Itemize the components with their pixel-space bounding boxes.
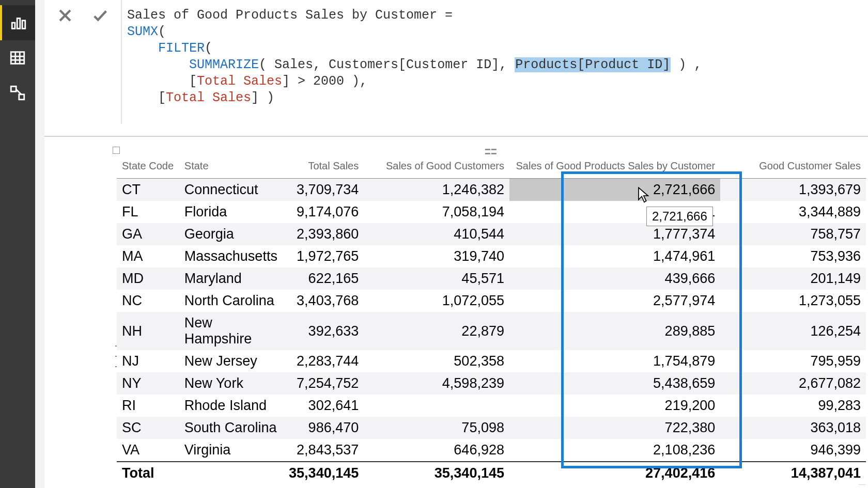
col-header-state-code[interactable]: State Code bbox=[117, 151, 179, 179]
cell-good-customer-sales: 126,254 bbox=[720, 312, 866, 350]
resize-handle-top-left[interactable] bbox=[113, 147, 120, 154]
cell-state: North Carolina bbox=[179, 290, 283, 312]
cell-state-code: MD bbox=[117, 267, 179, 290]
cell-state: New Hampshire bbox=[179, 312, 283, 350]
cell-good-customer-sales: 1,273,055 bbox=[720, 290, 866, 312]
model-icon bbox=[9, 84, 26, 102]
cell-state-code: VA bbox=[117, 439, 179, 462]
cell-state-code: RI bbox=[117, 395, 179, 417]
total-good-customers: 35,340,145 bbox=[364, 462, 509, 484]
col-header-good-products[interactable]: Sales of Good Products Sales by Customer bbox=[509, 151, 720, 179]
cell-total-sales: 2,393,860 bbox=[283, 223, 364, 245]
cell-state: South Carolina bbox=[179, 417, 283, 439]
cell-good-customer-sales: 946,399 bbox=[720, 439, 866, 462]
cell-good-customers: 45,571 bbox=[364, 267, 509, 290]
cell-good-products: 2,577,974 bbox=[509, 290, 720, 312]
svg-rect-2 bbox=[22, 21, 25, 29]
svg-rect-1 bbox=[17, 19, 20, 29]
cell-total-sales: 3,403,768 bbox=[283, 290, 364, 312]
cell-tooltip: 2,721,666 bbox=[646, 207, 713, 226]
cell-state: Virginia bbox=[179, 439, 283, 462]
model-view-button[interactable] bbox=[0, 75, 35, 111]
bar-chart-icon bbox=[10, 14, 27, 32]
cell-total-sales: 2,283,744 bbox=[283, 350, 364, 372]
cell-good-customers: 75,098 bbox=[364, 417, 509, 439]
cell-total-sales: 1,972,765 bbox=[283, 245, 364, 267]
cell-good-customers: 4,598,239 bbox=[364, 372, 509, 395]
table-row[interactable]: NCNorth Carolina3,403,7681,072,0552,577,… bbox=[117, 290, 866, 312]
table-row[interactable]: FLFlorida9,174,0767,058,1946,917,2513,34… bbox=[117, 201, 866, 223]
report-canvas: Iter Sales of Good Products Sales by Cus… bbox=[35, 0, 868, 488]
table-row[interactable]: MAMassachusetts1,972,765319,7401,474,961… bbox=[117, 245, 866, 267]
col-header-state[interactable]: State bbox=[179, 151, 283, 179]
cell-state-code: GA bbox=[117, 223, 179, 245]
cell-total-sales: 986,470 bbox=[283, 417, 364, 439]
formula-bar: Sales of Good Products Sales by Customer… bbox=[44, 0, 868, 137]
total-total-sales: 35,340,145 bbox=[283, 462, 364, 484]
table-row[interactable]: VAVirginia2,843,537646,9282,108,236946,3… bbox=[117, 439, 866, 462]
commit-formula-button[interactable] bbox=[89, 4, 112, 27]
table-row[interactable]: GAGeorgia2,393,860410,5441,777,374758,75… bbox=[117, 223, 866, 245]
cell-state-code: NY bbox=[117, 372, 179, 395]
cell-good-products: 5,438,659 bbox=[509, 372, 720, 395]
table-row[interactable]: NJNew Jersey2,283,744502,3581,754,879795… bbox=[117, 350, 866, 372]
table-row[interactable]: CTConnecticut3,709,7341,246,3822,721,666… bbox=[117, 179, 866, 201]
cancel-formula-button[interactable] bbox=[54, 4, 76, 27]
cell-good-customer-sales: 753,936 bbox=[720, 245, 866, 267]
table-visual[interactable]: ━━━━ State Code State Total Sales Sales … bbox=[117, 151, 866, 484]
cell-good-products: 722,380 bbox=[509, 417, 720, 439]
cell-total-sales: 622,165 bbox=[283, 267, 364, 290]
cell-good-customers: 502,358 bbox=[364, 350, 509, 372]
check-icon bbox=[91, 7, 109, 24]
total-good-customer-sales: 14,387,041 bbox=[720, 462, 866, 484]
cell-good-products: 1,474,961 bbox=[509, 245, 720, 267]
cell-state-code: CT bbox=[117, 179, 179, 201]
cell-state: Maryland bbox=[179, 267, 283, 290]
cell-total-sales: 9,174,076 bbox=[283, 201, 364, 223]
table-total-row: Total35,340,14535,340,14527,402,41614,38… bbox=[117, 462, 866, 484]
table-row[interactable]: SCSouth Carolina986,47075,098722,380363,… bbox=[117, 417, 866, 439]
cell-total-sales: 2,843,537 bbox=[283, 439, 364, 462]
cell-state-code: MA bbox=[117, 245, 179, 267]
cell-good-products: 439,666 bbox=[509, 267, 720, 290]
cell-good-customers: 22,879 bbox=[364, 312, 509, 350]
cell-state: Massachusetts bbox=[179, 245, 283, 267]
cell-good-customers: 410,544 bbox=[364, 223, 509, 245]
cell-state-code: SC bbox=[117, 417, 179, 439]
svg-rect-8 bbox=[11, 86, 16, 91]
cell-good-customer-sales: 2,677,082 bbox=[720, 372, 866, 395]
cell-total-sales: 3,709,734 bbox=[283, 179, 364, 201]
data-table: State Code State Total Sales Sales of Go… bbox=[117, 151, 866, 484]
total-label: Total bbox=[117, 462, 179, 484]
cell-good-customers: 1,246,382 bbox=[364, 179, 509, 201]
formula-editor[interactable]: Sales of Good Products Sales by Customer… bbox=[121, 0, 868, 124]
cell-good-customer-sales: 1,393,679 bbox=[720, 179, 866, 201]
cell-total-sales: 7,254,752 bbox=[283, 372, 364, 395]
cell-good-products: 1,777,374 bbox=[509, 223, 720, 245]
col-header-good-customer-sales[interactable]: Good Customer Sales bbox=[720, 151, 866, 179]
cell-good-customers: 7,058,194 bbox=[364, 201, 509, 223]
cell-state-code: NJ bbox=[117, 350, 179, 372]
close-icon bbox=[56, 7, 74, 24]
cell-good-products: 289,885 bbox=[509, 312, 720, 350]
report-view-button[interactable] bbox=[0, 5, 35, 40]
view-rail bbox=[0, 0, 35, 488]
cell-total-sales: 392,633 bbox=[283, 312, 364, 350]
cell-good-customers: 646,928 bbox=[364, 439, 509, 462]
table-row[interactable]: MDMaryland622,16545,571439,666201,149 bbox=[117, 267, 866, 290]
cell-state-code: NC bbox=[117, 290, 179, 312]
cell-state: New York bbox=[179, 372, 283, 395]
data-view-button[interactable] bbox=[0, 40, 35, 75]
cell-state: Florida bbox=[179, 201, 283, 223]
col-header-total-sales[interactable]: Total Sales bbox=[283, 151, 364, 179]
report-page: Iter Sales of Good Products Sales by Cus… bbox=[44, 0, 868, 488]
drag-grip-icon[interactable]: ━━━━ bbox=[485, 148, 498, 156]
table-row[interactable]: NHNew Hampshire392,63322,879289,885126,2… bbox=[117, 312, 866, 350]
table-row[interactable]: NYNew York7,254,7524,598,2395,438,6592,6… bbox=[117, 372, 866, 395]
cell-good-customer-sales: 99,283 bbox=[720, 395, 866, 417]
svg-line-10 bbox=[16, 89, 21, 95]
cell-good-products: 2,721,666 bbox=[509, 179, 720, 201]
cursor-icon bbox=[638, 187, 651, 207]
table-row[interactable]: RIRhode Island302,641219,20099,283 bbox=[117, 395, 866, 417]
cell-good-customer-sales: 201,149 bbox=[720, 267, 866, 290]
